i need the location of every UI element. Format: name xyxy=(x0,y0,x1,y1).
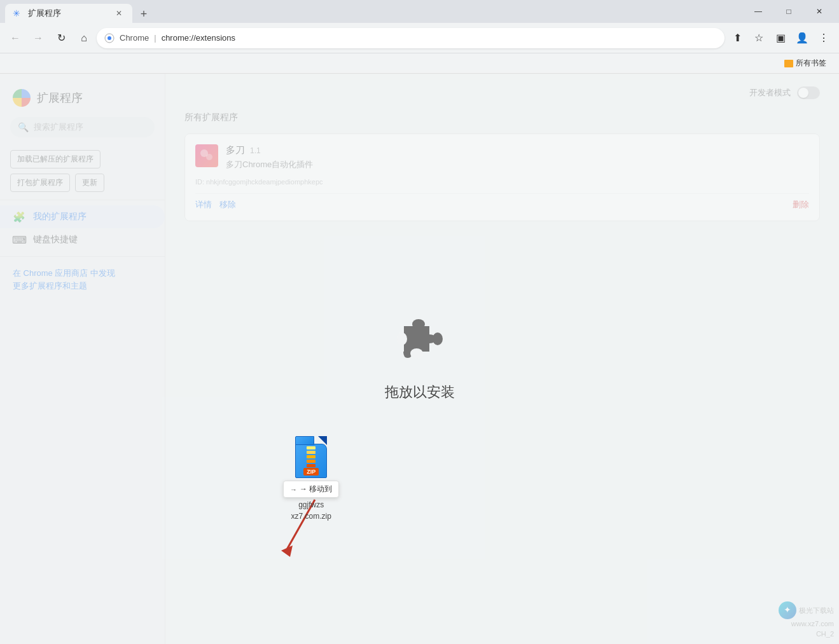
bookmark-folder-icon xyxy=(784,60,793,67)
close-button[interactable]: ✕ xyxy=(805,0,834,23)
zip-stripe-5 xyxy=(307,464,315,467)
zip-stripe-3 xyxy=(307,455,315,458)
page-content: 扩展程序 🔍 搜索扩展程序 加载已解压的扩展程序 打包扩展程序 更新 🧩 我的扩… xyxy=(0,74,839,644)
browser-window: ✳ 扩展程序 ✕ + — □ ✕ ← → ↻ ⌂ xyxy=(0,0,839,644)
bookmark-button[interactable]: ☆ xyxy=(749,28,769,48)
filename-line2: xz7.com.zip xyxy=(291,512,331,521)
zip-top-tab xyxy=(295,436,314,445)
home-button[interactable]: ⌂ xyxy=(74,28,94,48)
zip-label: ZIP xyxy=(303,468,319,476)
filename-line1: ggjfwzs xyxy=(298,500,324,509)
nav-bar: ← → ↻ ⌂ Chrome | chrome://extensions ⬆ ☆… xyxy=(0,23,839,53)
dragging-file: ZIP → → 移动到 ggjfwzs xz7.com.zip xyxy=(283,436,339,521)
active-tab[interactable]: ✳ 扩展程序 ✕ xyxy=(5,4,132,23)
svg-point-4 xyxy=(412,319,425,329)
zip-stripe-1 xyxy=(307,446,315,449)
all-bookmarks[interactable]: 所有书签 xyxy=(779,55,831,71)
zip-stripe-2 xyxy=(307,451,315,454)
new-tab-button[interactable]: + xyxy=(135,5,153,23)
tab-extensions-icon: ✳ xyxy=(13,8,23,18)
svg-marker-9 xyxy=(281,545,293,557)
zip-stripes xyxy=(307,446,315,469)
svg-point-7 xyxy=(410,348,423,359)
svg-point-1 xyxy=(107,36,111,40)
maximize-button[interactable]: □ xyxy=(774,0,803,23)
move-tooltip: → → 移动到 xyxy=(283,481,339,498)
profile-button[interactable]: 👤 xyxy=(792,28,812,48)
bookmark-label: 所有书签 xyxy=(796,58,826,69)
move-tooltip-text: → 移动到 xyxy=(300,484,332,495)
bookmarks-bar: 所有书签 xyxy=(0,53,839,74)
puzzle-svg xyxy=(394,317,452,374)
tab-close-button[interactable]: ✕ xyxy=(113,8,125,19)
zip-stripe-4 xyxy=(307,460,315,463)
share-button[interactable]: ⬆ xyxy=(727,28,747,48)
tab-title: 扩展程序 xyxy=(28,8,108,19)
title-bar-controls: — □ ✕ xyxy=(744,0,834,23)
chrome-label: Chrome xyxy=(120,33,149,43)
chrome-icon xyxy=(104,33,114,43)
address-bar[interactable]: Chrome | chrome://extensions xyxy=(97,28,725,48)
url-text: chrome://extensions xyxy=(162,33,717,43)
tab-search-button[interactable]: ▣ xyxy=(770,28,791,48)
move-arrow-icon: → xyxy=(290,486,297,493)
tab-strip: ✳ 扩展程序 ✕ + xyxy=(5,0,741,23)
minimize-button[interactable]: — xyxy=(744,0,773,23)
drag-drop-overlay: 拖放以安装 xyxy=(0,74,839,644)
zip-file-icon: ZIP xyxy=(293,436,329,478)
drop-puzzle-icon xyxy=(394,317,445,367)
zip-corner-fold xyxy=(318,436,327,445)
menu-button[interactable]: ⋮ xyxy=(814,28,834,48)
title-bar: ✳ 扩展程序 ✕ + — □ ✕ xyxy=(0,0,839,23)
forward-button[interactable]: → xyxy=(28,28,48,48)
refresh-button[interactable]: ↻ xyxy=(51,28,71,48)
address-separator: | xyxy=(154,33,156,43)
drop-text: 拖放以安装 xyxy=(385,383,455,402)
back-button[interactable]: ← xyxy=(5,28,25,48)
svg-point-5 xyxy=(433,332,443,345)
nav-right-buttons: ⬆ ☆ ▣ 👤 ⋮ xyxy=(727,28,834,48)
svg-point-6 xyxy=(397,332,407,345)
